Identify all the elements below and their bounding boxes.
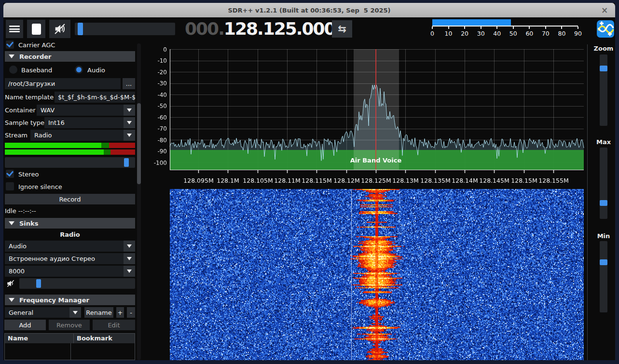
stop-icon bbox=[32, 24, 41, 35]
sinks-header-label: Sinks bbox=[19, 220, 38, 227]
container-label: Container bbox=[5, 107, 36, 114]
zoom-slider[interactable] bbox=[600, 54, 607, 126]
container-dropdown[interactable]: WAV bbox=[37, 105, 135, 116]
name-template-field[interactable]: $t_$f_$h-$m-$s_$d-$M-$y bbox=[55, 92, 135, 103]
bookmark-table: Name Bookmark bbox=[4, 333, 135, 360]
min-label: Min bbox=[597, 232, 610, 240]
snr-tick-label: 70 bbox=[542, 30, 550, 37]
sidebar-scrollbar-thumb[interactable] bbox=[137, 103, 141, 184]
record-path-field[interactable]: /root/Загрузки bbox=[5, 78, 121, 89]
frequency-manager-section-header[interactable]: Frequency Manager bbox=[5, 295, 135, 305]
sink-stream-name: Radio bbox=[60, 231, 80, 238]
frequency-dim-digits[interactable]: 000. bbox=[185, 19, 224, 39]
snr-tick-label: 10 bbox=[445, 30, 453, 37]
snr-tick-label: 90 bbox=[574, 30, 582, 37]
sink-device-value: Встроенное аудио Стерео bbox=[5, 255, 124, 262]
chevron-down-icon bbox=[124, 253, 135, 264]
swap-vfo-button[interactable]: ⇆ bbox=[332, 20, 352, 38]
main-right-divider bbox=[587, 44, 588, 360]
chevron-down-icon bbox=[124, 117, 135, 128]
window-title: SDR++ v1.2.1 (Built at 00:36:53, Sep 5 2… bbox=[228, 7, 390, 14]
audio-radio[interactable] bbox=[75, 66, 83, 74]
stop-button[interactable] bbox=[27, 20, 45, 38]
titlebar[interactable]: SDR++ v1.2.1 (Built at 00:36:53, Sep 5 2… bbox=[3, 3, 615, 17]
stereo-checkbox[interactable] bbox=[6, 170, 14, 178]
zoom-slider-handle[interactable] bbox=[600, 66, 607, 71]
chevron-down-icon bbox=[124, 105, 135, 116]
sink-volume-slider[interactable] bbox=[19, 278, 135, 289]
container-value: WAV bbox=[37, 107, 124, 114]
stream-label: Stream bbox=[5, 132, 28, 139]
baseband-radio[interactable] bbox=[9, 66, 17, 74]
remove-bookmark-button[interactable]: Remove bbox=[49, 320, 90, 330]
sample-type-label: Sample type bbox=[5, 119, 44, 126]
bookmark-list-value: General bbox=[5, 309, 69, 316]
remove-list-button[interactable]: - bbox=[127, 307, 135, 318]
add-bookmark-button[interactable]: Add bbox=[4, 320, 46, 330]
recorder-header-label: Recorder bbox=[19, 53, 51, 60]
recorder-section-header[interactable]: Recorder bbox=[5, 51, 135, 62]
rename-button[interactable]: Rename bbox=[84, 307, 113, 318]
collapse-arrow-icon bbox=[9, 221, 14, 225]
waterfall-display[interactable] bbox=[170, 189, 584, 360]
stream-dropdown[interactable]: Radio bbox=[30, 130, 135, 141]
sample-type-dropdown[interactable]: Int16 bbox=[44, 117, 135, 128]
frequency-display[interactable]: 000.128.125.000 bbox=[185, 19, 335, 39]
column-header-name: Name bbox=[5, 334, 73, 343]
name-template-label: Name template bbox=[5, 94, 54, 101]
stream-value: Radio bbox=[30, 132, 124, 139]
swap-arrows-icon: ⇆ bbox=[338, 23, 346, 35]
frequency-active-digits[interactable]: 128.125.000 bbox=[224, 19, 335, 39]
close-button[interactable]: × bbox=[600, 5, 609, 15]
ignore-silence-label[interactable]: Ignore silence bbox=[18, 183, 62, 190]
bookmark-list-dropdown[interactable]: General bbox=[5, 307, 81, 318]
menu-button[interactable] bbox=[6, 20, 23, 38]
min-slider-handle[interactable] bbox=[600, 259, 607, 265]
sink-volume-handle[interactable] bbox=[36, 279, 41, 288]
bookmark-table-header: Name Bookmark bbox=[5, 334, 135, 343]
edit-bookmark-button[interactable]: Edit bbox=[93, 320, 135, 330]
audio-level-meter-right bbox=[5, 149, 135, 155]
sink-type-dropdown[interactable]: Audio bbox=[5, 241, 135, 252]
ignore-silence-checkbox[interactable] bbox=[6, 182, 14, 190]
zoom-label: Zoom bbox=[594, 45, 614, 52]
sdrpp-logo bbox=[597, 20, 614, 38]
chevron-down-icon bbox=[69, 307, 81, 318]
stereo-label[interactable]: Stereo bbox=[18, 171, 39, 178]
sample-type-value: Int16 bbox=[44, 119, 124, 126]
speaker-muted-icon bbox=[6, 279, 15, 288]
browse-button[interactable]: ... bbox=[123, 78, 135, 89]
chevron-down-icon bbox=[124, 130, 135, 141]
add-list-button[interactable]: + bbox=[116, 307, 124, 318]
record-button[interactable]: Record bbox=[5, 194, 135, 204]
hamburger-icon bbox=[9, 25, 20, 34]
max-slider-handle[interactable] bbox=[600, 200, 607, 206]
audio-label[interactable]: Audio bbox=[87, 67, 105, 74]
snr-tick-label: 0 bbox=[430, 30, 434, 37]
snr-tick-label: 50 bbox=[509, 30, 517, 37]
recorder-volume-slider[interactable] bbox=[5, 157, 135, 168]
volume-slider-handle[interactable] bbox=[78, 23, 83, 35]
snr-meter-labels: 0102030405060708090 bbox=[432, 19, 578, 38]
sinks-section-header[interactable]: Sinks bbox=[5, 218, 135, 229]
sink-type-value: Audio bbox=[5, 243, 124, 250]
max-slider[interactable] bbox=[600, 148, 607, 219]
sdrpp-window: 000.128.125.000 ⇆ 0102030405060708090 Zo… bbox=[0, 0, 619, 364]
sidebar-scrollbar-track[interactable] bbox=[137, 43, 141, 360]
carrier-agc-checkbox[interactable] bbox=[6, 40, 14, 49]
sink-device-dropdown[interactable]: Встроенное аудио Стерео bbox=[5, 253, 135, 264]
baseband-label[interactable]: Baseband bbox=[21, 67, 52, 74]
sample-rate-value: 8000 bbox=[5, 268, 124, 275]
bookmark-table-body[interactable] bbox=[5, 343, 135, 360]
sink-mute-button[interactable] bbox=[5, 278, 16, 289]
column-header-bookmark: Bookmark bbox=[73, 334, 135, 343]
snr-tick-label: 20 bbox=[461, 30, 468, 37]
min-slider[interactable] bbox=[600, 241, 607, 312]
mute-button[interactable] bbox=[49, 20, 70, 38]
recorder-volume-handle[interactable] bbox=[124, 158, 129, 167]
collapse-arrow-icon bbox=[9, 298, 14, 302]
fft-spectrum-plot[interactable] bbox=[145, 43, 586, 188]
main-volume-slider[interactable] bbox=[75, 23, 175, 35]
chevron-down-icon bbox=[124, 241, 135, 252]
sample-rate-dropdown[interactable]: 8000 bbox=[5, 266, 135, 277]
